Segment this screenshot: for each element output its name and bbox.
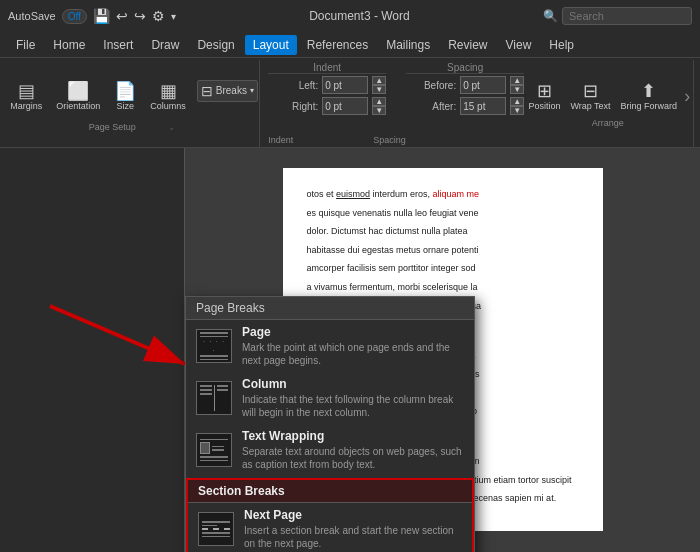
wrap-text-icon: ⊟	[583, 82, 598, 100]
document-title: Document3 - Word	[309, 9, 409, 23]
section-breaks-box: Section Breaks Next Page Insert a sectio…	[186, 478, 474, 552]
indent-title: Indent	[268, 62, 386, 74]
doc-para-5: amcorper facilisis sem porttitor integer…	[307, 262, 579, 275]
page-setup-expand-icon[interactable]: ⌄	[168, 122, 176, 132]
menu-help[interactable]: Help	[541, 35, 582, 55]
menu-review[interactable]: Review	[440, 35, 495, 55]
title-bar-right: 🔍	[543, 7, 692, 25]
doc-para-6: a vivamus fermentum, morbi scelerisque l…	[307, 281, 579, 294]
autosave-label: AutoSave	[8, 10, 56, 22]
page-setup-group: ▤ Margins ⬜ Orientation 📄 Size ▦ Columns	[6, 60, 260, 147]
search-icon: 🔍	[543, 9, 558, 23]
page-setup-label: Page Setup ⌄	[89, 120, 177, 132]
autosave-toggle-label[interactable]: Off	[62, 9, 87, 24]
doc-para-3: dolor. Dictumst hac dictumst nulla plate…	[307, 225, 579, 238]
doc-para-1: otos et euismod interdum eros, aliquam m…	[307, 188, 579, 201]
breaks-label: Breaks	[216, 85, 247, 96]
next-page-break-text: Next Page Insert a section break and sta…	[244, 508, 462, 550]
title-bar: AutoSave Off 💾 ↩ ↪ ⚙ ▾ Document3 - Word …	[0, 0, 700, 32]
spacing-title: Spacing	[406, 62, 524, 74]
columns-button[interactable]: ▦ Columns	[147, 80, 189, 113]
left-panel	[0, 148, 185, 552]
indent-right-down-arrow[interactable]: ▼	[372, 106, 386, 115]
arrange-label: Arrange	[592, 116, 624, 128]
menu-file[interactable]: File	[8, 35, 43, 55]
dropdown-arrow-icon[interactable]: ▾	[171, 11, 176, 22]
menu-mailings[interactable]: Mailings	[378, 35, 438, 55]
indent-left-input[interactable]	[322, 76, 368, 94]
indent-left-label: Left:	[268, 80, 318, 91]
indent-bottom-label: Indent	[268, 133, 293, 145]
redo-icon[interactable]: ↪	[134, 8, 146, 24]
break-page-item[interactable]: · · · · · Page Mark the point at which o…	[186, 320, 474, 372]
customize-icon[interactable]: ⚙	[152, 8, 165, 24]
text-wrap-break-text: Text Wrapping Separate text around objec…	[242, 429, 464, 471]
spacing-before-label: Before:	[406, 80, 456, 91]
break-text-wrap-item[interactable]: Text Wrapping Separate text around objec…	[186, 424, 474, 476]
indent-left-up-arrow[interactable]: ▲	[372, 76, 386, 85]
breaks-icon: ⊟	[201, 83, 213, 99]
bring-forward-icon: ⬆	[641, 82, 656, 100]
menu-view[interactable]: View	[498, 35, 540, 55]
menu-references[interactable]: References	[299, 35, 376, 55]
undo-icon[interactable]: ↩	[116, 8, 128, 24]
indent-right-label: Right:	[268, 101, 318, 112]
save-icon[interactable]: 💾	[93, 8, 110, 24]
section-breaks-header: Section Breaks	[188, 480, 472, 503]
size-button[interactable]: 📄 Size	[111, 80, 139, 113]
indent-left-down-arrow[interactable]: ▼	[372, 85, 386, 94]
menu-design[interactable]: Design	[189, 35, 242, 55]
indent-left-arrows[interactable]: ▲ ▼	[372, 76, 386, 94]
columns-icon: ▦	[160, 82, 177, 100]
spacing-after-label: After:	[406, 101, 456, 112]
wrap-text-label: Wrap Text	[570, 101, 610, 111]
orientation-button[interactable]: ⬜ Orientation	[53, 80, 103, 113]
spacing-bottom-label: Spacing	[373, 133, 406, 145]
main-area: otos et euismod interdum eros, aliquam m…	[0, 148, 700, 552]
spacing-before-input[interactable]	[460, 76, 506, 94]
page-break-text: Page Mark the point at which one page en…	[242, 325, 464, 367]
column-break-text: Column Indicate that the text following …	[242, 377, 464, 419]
breaks-dropdown: Page Breaks · · · · · Page Mark the poin…	[185, 296, 475, 552]
section-break-next-page-item[interactable]: Next Page Insert a section break and sta…	[188, 503, 472, 552]
doc-para-2: es quisque venenatis nulla leo feugiat v…	[307, 207, 579, 220]
bring-forward-button[interactable]: ⬆ Bring Forward	[618, 80, 681, 113]
margins-icon: ▤	[18, 82, 35, 100]
menu-insert[interactable]: Insert	[95, 35, 141, 55]
spacing-after-input[interactable]	[460, 97, 506, 115]
breaks-chevron-icon: ▾	[250, 86, 254, 95]
search-input[interactable]	[562, 7, 692, 25]
ribbon: ▤ Margins ⬜ Orientation 📄 Size ▦ Columns	[0, 58, 700, 148]
arrange-group: ⊞ Position ⊟ Wrap Text ⬆ Bring Forward ›…	[522, 60, 694, 147]
menu-layout[interactable]: Layout	[245, 35, 297, 55]
wrap-text-button[interactable]: ⊟ Wrap Text	[567, 80, 613, 113]
ribbon-content: ▤ Margins ⬜ Orientation 📄 Size ▦ Columns	[6, 60, 694, 147]
size-icon: 📄	[114, 82, 136, 100]
page-break-icon: · · · · ·	[196, 329, 232, 363]
menu-draw[interactable]: Draw	[143, 35, 187, 55]
menu-bar: File Home Insert Draw Design Layout Refe…	[0, 32, 700, 58]
bring-forward-label: Bring Forward	[621, 101, 678, 111]
margins-button[interactable]: ▤ Margins	[7, 80, 45, 113]
indent-spacing-group: Indent Left: ▲ ▼ Right: ▲	[262, 60, 520, 147]
column-break-icon	[196, 381, 232, 415]
page-breaks-title: Page Breaks	[196, 301, 265, 315]
title-bar-center: Document3 - Word	[309, 9, 409, 23]
breaks-button[interactable]: ⊟ Breaks ▾	[197, 80, 258, 102]
section-breaks-title: Section Breaks	[198, 484, 285, 498]
orientation-icon: ⬜	[67, 82, 89, 100]
text-wrap-break-icon	[196, 433, 232, 467]
position-label: Position	[528, 101, 560, 111]
indent-right-input[interactable]	[322, 97, 368, 115]
menu-home[interactable]: Home	[45, 35, 93, 55]
position-icon: ⊞	[537, 82, 552, 100]
indent-right-up-arrow[interactable]: ▲	[372, 97, 386, 106]
title-bar-left: AutoSave Off 💾 ↩ ↪ ⚙ ▾	[8, 8, 176, 24]
doc-para-4: habitasse dui egestas metus ornare poten…	[307, 244, 579, 257]
position-button[interactable]: ⊞ Position	[525, 80, 563, 113]
page-breaks-header: Page Breaks	[186, 297, 474, 320]
arrange-more-icon[interactable]: ›	[684, 86, 690, 107]
next-page-break-icon	[198, 512, 234, 546]
indent-right-arrows[interactable]: ▲ ▼	[372, 97, 386, 115]
break-column-item[interactable]: Column Indicate that the text following …	[186, 372, 474, 424]
